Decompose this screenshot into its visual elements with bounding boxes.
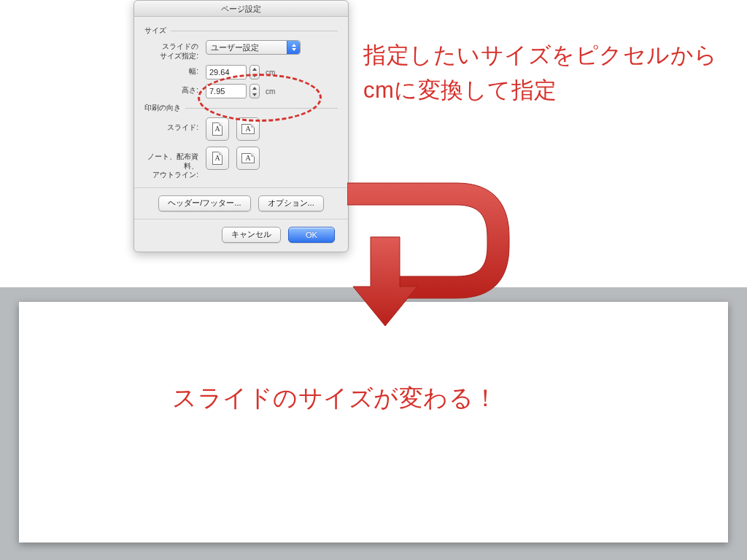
cancel-button[interactable]: キャンセル <box>222 227 281 243</box>
height-value: 7.95 <box>209 87 225 96</box>
select-arrows-icon <box>287 41 300 54</box>
slide-orientation-label: スライド: <box>144 117 206 133</box>
divider <box>185 108 338 109</box>
width-input[interactable]: 29.64 <box>206 65 247 79</box>
notes-orientation-label: ノート、配布資料、 アウトライン: <box>144 147 206 180</box>
width-label: 幅: <box>144 65 206 77</box>
chevron-up-icon <box>250 85 259 91</box>
page-portrait-icon: A <box>212 152 222 165</box>
options-button[interactable]: オプション... <box>258 195 324 211</box>
slide-orientation-landscape[interactable]: A <box>236 117 260 141</box>
size-section-label: サイズ <box>144 26 171 36</box>
orientation-section-label: 印刷の向き <box>144 103 185 113</box>
page-portrait-icon: A <box>212 122 222 136</box>
chevron-up-icon <box>250 66 259 72</box>
divider <box>134 187 348 188</box>
annotation-bottom: スライドのサイズが変わる！ <box>172 379 610 416</box>
slide-preview <box>19 302 728 542</box>
divider <box>134 219 348 219</box>
page-landscape-icon: A <box>241 124 255 134</box>
notes-orientation-portrait[interactable]: A <box>206 147 229 170</box>
height-stepper[interactable] <box>249 84 260 98</box>
editor-canvas <box>0 287 747 560</box>
page-landscape-icon: A <box>241 153 255 163</box>
ok-button[interactable]: OK <box>288 227 335 243</box>
slide-size-preset-value: ユーザー設定 <box>211 42 259 53</box>
chevron-down-icon <box>250 91 259 98</box>
slide-size-preset-select[interactable]: ユーザー設定 <box>206 40 301 55</box>
height-unit: cm <box>266 88 275 96</box>
width-stepper[interactable] <box>249 65 260 79</box>
preset-label: スライドの サイズ指定: <box>144 40 206 61</box>
divider <box>171 31 338 31</box>
page-setup-dialog: ページ設定 サイズ スライドの サイズ指定: ユーザー設定 幅: <box>133 0 349 252</box>
chevron-down-icon <box>250 72 259 79</box>
dialog-title: ページ設定 <box>134 1 348 17</box>
slide-orientation-portrait[interactable]: A <box>206 117 229 141</box>
width-unit: cm <box>266 69 275 77</box>
annotation-top: 指定したいサイズをピクセルからcmに変換して指定 <box>363 38 735 108</box>
width-value: 29.64 <box>209 68 230 77</box>
notes-orientation-landscape[interactable]: A <box>236 147 260 170</box>
header-footer-button[interactable]: ヘッダー/フッター... <box>158 195 250 211</box>
height-input[interactable]: 7.95 <box>206 84 247 98</box>
height-label: 高さ: <box>144 84 206 96</box>
